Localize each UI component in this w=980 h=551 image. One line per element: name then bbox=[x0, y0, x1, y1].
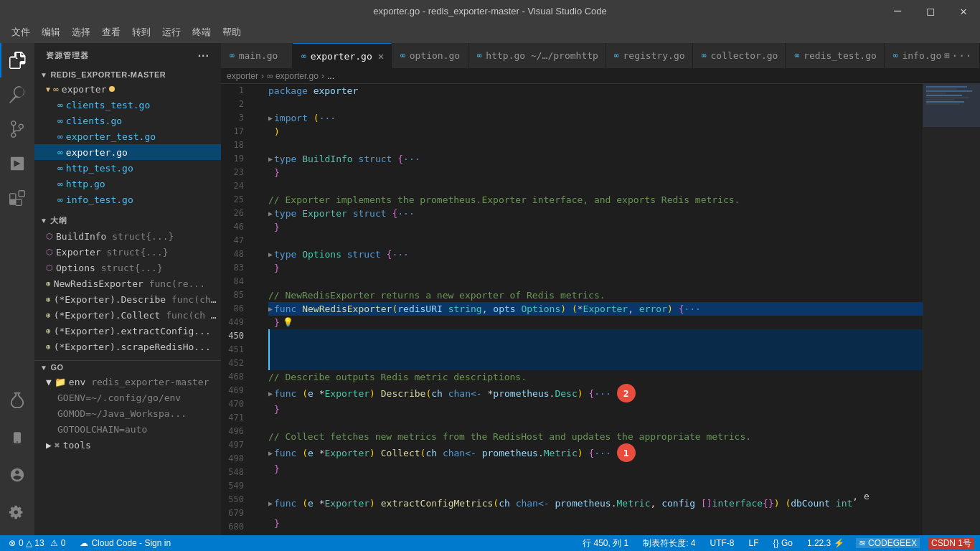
outline-scrape[interactable]: ⊛ (*Exporter).scrapeRedisHo... bbox=[34, 339, 221, 354]
file-exporter[interactable]: ∞ exporter.go bbox=[34, 144, 221, 160]
activity-bottom bbox=[0, 383, 34, 529]
activity-search[interactable] bbox=[0, 77, 34, 112]
code-editor[interactable]: package exporter ▶import (··· ) ▶type Bu… bbox=[257, 84, 923, 535]
activity-extensions[interactable] bbox=[0, 181, 34, 215]
activity-remote[interactable] bbox=[0, 420, 34, 455]
tab-close-exporter[interactable]: ✕ bbox=[378, 51, 384, 61]
tab-redis-test-go[interactable]: ∞ redis_test.go bbox=[786, 43, 884, 68]
menu-terminal[interactable]: 终端 bbox=[187, 23, 217, 42]
outline-buildinfo[interactable]: ⬡ BuildInfo struct{...} bbox=[34, 228, 221, 244]
status-line-endings[interactable]: LF bbox=[746, 538, 762, 548]
status-tab-size[interactable]: 制表符长度: 4 bbox=[640, 537, 698, 550]
tab-collector-go[interactable]: ∞ collector.go bbox=[693, 43, 786, 68]
status-codegeex[interactable]: ≋ CODEGEEX bbox=[856, 538, 920, 548]
tree-root-redis[interactable]: ▼ REDIS_EXPORTER-MASTER bbox=[34, 68, 221, 81]
menu-edit[interactable]: 编辑 bbox=[36, 23, 66, 42]
fold-arrow-498[interactable]: ▶ bbox=[268, 496, 273, 510]
file-http-test[interactable]: ∞ http_test.go bbox=[34, 160, 221, 176]
tab-main-go[interactable]: ∞ main.go bbox=[221, 43, 293, 68]
tree-exporter-folder[interactable]: ▼ ∞ exporter bbox=[34, 81, 221, 97]
activity-scm[interactable] bbox=[0, 112, 34, 146]
code-line-17: ) bbox=[268, 125, 923, 138]
menu-goto[interactable]: 转到 bbox=[126, 23, 156, 42]
code-line-18 bbox=[268, 138, 923, 152]
tab-icon-registry: ∞ bbox=[614, 51, 619, 60]
menu-run[interactable]: 运行 bbox=[156, 23, 187, 42]
file-exporter-test[interactable]: ∞ exporter_test.go bbox=[34, 128, 221, 144]
tab-info-go[interactable]: ∞ info.go ⊞ ··· bbox=[885, 43, 980, 68]
tab-more-icon[interactable]: ··· bbox=[951, 49, 972, 62]
status-csdn[interactable]: CSDN 1号 bbox=[928, 537, 974, 550]
warning-count: 0 bbox=[61, 538, 66, 548]
code-line-83: } bbox=[268, 261, 923, 275]
go-tools[interactable]: ▶ ✖ tools bbox=[34, 437, 221, 453]
outline-describe[interactable]: ⊛ (*Exporter).Describe func(ch... bbox=[34, 291, 221, 307]
minimap[interactable] bbox=[923, 84, 980, 535]
close-button[interactable]: ✕ bbox=[947, 0, 980, 22]
outline-exporter[interactable]: ⬡ Exporter struct{...} bbox=[34, 244, 221, 260]
tab-exporter-go[interactable]: ∞ exporter.go ✕ bbox=[293, 43, 392, 68]
minimap-content bbox=[923, 84, 980, 535]
fold-arrow-26[interactable]: ▶ bbox=[268, 207, 273, 220]
badge-1: 1 bbox=[617, 443, 636, 462]
menu-file[interactable]: 文件 bbox=[6, 23, 36, 42]
breadcrumb-file[interactable]: ∞ exporter.go bbox=[267, 71, 319, 81]
minimize-button[interactable]: ─ bbox=[881, 0, 914, 22]
fold-arrow-19[interactable]: ▶ bbox=[268, 152, 273, 166]
go-env-folder[interactable]: ▼ 📁 env redis_exporter-master bbox=[34, 374, 221, 390]
activity-settings[interactable] bbox=[0, 495, 34, 529]
tab-split-icon[interactable]: ⊞ bbox=[944, 50, 950, 61]
activity-run[interactable] bbox=[0, 146, 34, 181]
status-encoding[interactable]: UTF-8 bbox=[707, 538, 738, 548]
file-http[interactable]: ∞ http.go bbox=[34, 176, 221, 192]
go-env-gomod[interactable]: GOMOD=~/Java_Workspa... bbox=[34, 405, 221, 421]
activity-testing[interactable] bbox=[0, 383, 34, 418]
activity-explorer[interactable] bbox=[0, 43, 34, 77]
go-env-gotoolchain[interactable]: GOTOOLCHAIN=auto bbox=[34, 421, 221, 437]
tab-option-go[interactable]: ∞ option.go bbox=[392, 43, 468, 68]
fold-arrow-3[interactable]: ▶ bbox=[268, 111, 273, 125]
breadcrumb-symbol[interactable]: ... bbox=[327, 71, 334, 81]
sidebar-menu-icon[interactable]: ··· bbox=[198, 50, 209, 62]
bulb-449[interactable]: 💡 bbox=[283, 316, 293, 329]
menu-view[interactable]: 查看 bbox=[96, 23, 126, 42]
menu-help[interactable]: 帮助 bbox=[217, 23, 247, 42]
fold-arrow-471[interactable]: ▶ bbox=[268, 446, 273, 460]
fold-arrow-48[interactable]: ▶ bbox=[268, 248, 273, 261]
code-line-548: } bbox=[268, 517, 923, 530]
tab-registry-go[interactable]: ∞ registry.go bbox=[606, 43, 693, 68]
code-line-3: ▶import (··· bbox=[268, 111, 923, 125]
code-line-470: // Collect fetches new metrics from the … bbox=[268, 430, 923, 443]
code-line-19: ▶type BuildInfo struct {··· bbox=[268, 152, 923, 166]
status-errors[interactable]: ⊗ 0 △ 13 ⚠ 0 bbox=[6, 538, 68, 548]
outline-collect[interactable]: ⊛ (*Exporter).Collect func(ch ... bbox=[34, 307, 221, 323]
code-line-26: ▶type Exporter struct {··· bbox=[268, 207, 923, 220]
activity-accounts[interactable] bbox=[0, 458, 34, 492]
status-language[interactable]: {} Go bbox=[771, 538, 796, 548]
status-cloud[interactable]: ☁ Cloud Code - Sign in bbox=[77, 538, 174, 548]
fold-arrow-86[interactable]: ▶ bbox=[268, 302, 273, 316]
code-line-497 bbox=[268, 476, 923, 489]
tab-icon-main: ∞ bbox=[230, 51, 235, 60]
fold-arrow-452[interactable]: ▶ bbox=[268, 387, 273, 400]
outline-extractconfig[interactable]: ⊛ (*Exporter).extractConfig... bbox=[34, 323, 221, 339]
warning-icon: ⚠ bbox=[50, 538, 58, 548]
go-section[interactable]: ▼ GO bbox=[34, 360, 221, 374]
outline-newredisexporter[interactable]: ⊛ NewRedisExporter func(re... bbox=[34, 276, 221, 291]
status-go-version[interactable]: 1.22.3 ⚡ bbox=[804, 538, 847, 548]
outline-options[interactable]: ⬡ Options struct{...} bbox=[34, 260, 221, 276]
code-line-469 bbox=[268, 416, 923, 430]
tab-http-go[interactable]: ∞ http.go ~/…/promhttp bbox=[468, 43, 606, 68]
file-clients-test[interactable]: ∞ clients_test.go bbox=[34, 97, 221, 113]
code-line-86: ▶func NewRedisExporter(redisURI string, … bbox=[268, 302, 923, 316]
breadcrumb-exporter[interactable]: exporter bbox=[227, 71, 258, 81]
menu-select[interactable]: 选择 bbox=[66, 23, 96, 42]
file-clients[interactable]: ∞ clients.go bbox=[34, 113, 221, 128]
outline-section[interactable]: ▼ 大纲 bbox=[34, 213, 221, 228]
maximize-button[interactable]: □ bbox=[914, 0, 947, 22]
status-position[interactable]: 行 450, 列 1 bbox=[580, 537, 631, 550]
statusbar-left: ⊗ 0 △ 13 ⚠ 0 ☁ Cloud Code - Sign in bbox=[6, 538, 174, 548]
go-env-goenv[interactable]: GOENV=~/.config/go/env bbox=[34, 390, 221, 405]
file-info-test[interactable]: ∞ info_test.go bbox=[34, 192, 221, 207]
error-count: 0 △ 13 bbox=[19, 538, 44, 548]
